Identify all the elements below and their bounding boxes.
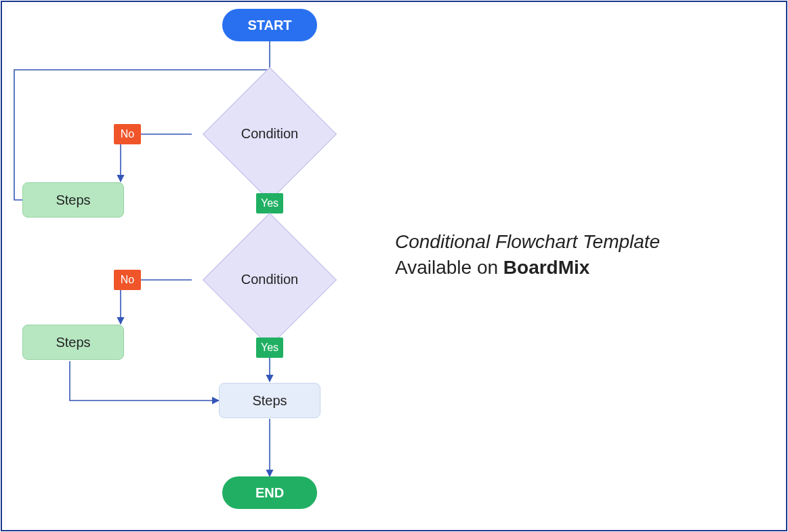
no-label-2: No bbox=[114, 270, 141, 290]
caption-available: Available on bbox=[395, 257, 503, 278]
no-label-1: No bbox=[114, 124, 141, 144]
condition-1-node: Condition bbox=[192, 94, 348, 175]
flowchart-canvas: START Condition No Yes Steps Condition N… bbox=[1, 1, 787, 531]
steps-no-2: Steps bbox=[22, 325, 124, 360]
yes-label-1: Yes bbox=[256, 193, 283, 213]
caption-block: Conditional Flowchart Template Available… bbox=[395, 229, 660, 281]
steps-no-1: Steps bbox=[22, 182, 124, 218]
caption-title: Conditional Flowchart Template bbox=[395, 229, 660, 255]
caption-brand: BoardMix bbox=[503, 257, 590, 278]
condition-2-node: Condition bbox=[192, 239, 348, 321]
steps-3: Steps bbox=[219, 383, 320, 418]
end-node: END bbox=[222, 476, 317, 509]
start-node: START bbox=[222, 9, 317, 41]
condition-1-label: Condition bbox=[192, 126, 348, 142]
yes-label-2: Yes bbox=[256, 337, 283, 358]
caption-subtitle: Available on BoardMix bbox=[395, 255, 660, 281]
condition-2-label: Condition bbox=[192, 272, 348, 287]
